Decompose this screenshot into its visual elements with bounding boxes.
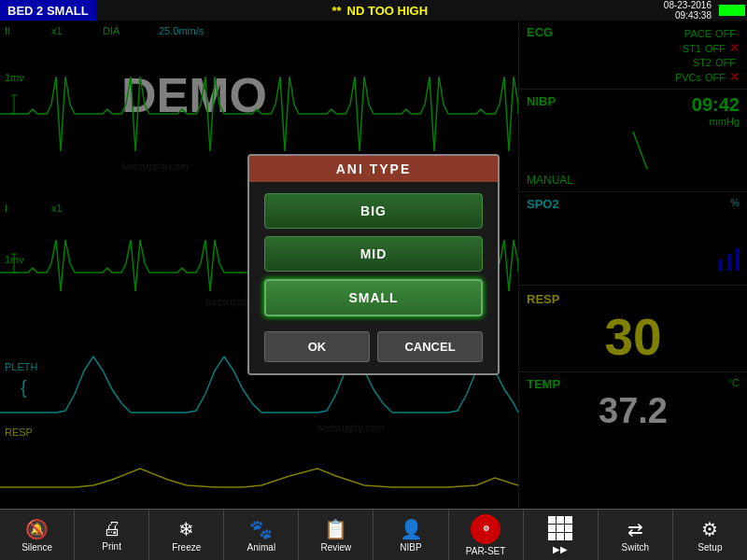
ok-button[interactable]: OK: [264, 331, 370, 362]
grid-cell-1: [548, 516, 556, 524]
review-icon: 📋: [324, 518, 347, 540]
animal-button[interactable]: 🐾 Animal: [224, 510, 299, 560]
bed-label: BED 2: [7, 4, 43, 18]
bottom-bar: 🔕 Silence 🖨 Print ❄ Freeze 🐾 Animal 📋 Re…: [0, 509, 747, 560]
grid-cell-2: [557, 516, 564, 524]
switch-label: Switch: [622, 542, 649, 553]
switch-icon: ⇄: [627, 518, 643, 540]
setup-label: Setup: [698, 542, 722, 553]
nibp-button[interactable]: 👤 NIBP: [374, 510, 448, 560]
time-display: 09:43:38: [675, 10, 712, 21]
alert-area: ** ND TOO HIGH: [96, 4, 664, 18]
grid-cell-5: [557, 525, 564, 532]
dialog-body: BIG MID SMALL OK CANCEL: [249, 182, 498, 373]
freeze-icon: ❄: [178, 518, 194, 540]
grid-cell-7: [548, 533, 556, 540]
nibp-btn-label: NIBP: [400, 542, 421, 553]
date-display: 08-23-2016: [664, 0, 712, 10]
size-label: SMALL: [47, 4, 89, 18]
grid-cell-3: [565, 516, 572, 524]
cancel-button[interactable]: CANCEL: [377, 331, 483, 362]
alert-text: ND TOO HIGH: [347, 4, 428, 18]
small-option-button[interactable]: SMALL: [264, 279, 483, 316]
switch-button[interactable]: ⇄ Switch: [599, 510, 673, 560]
silence-icon: 🔕: [25, 518, 49, 540]
print-button[interactable]: 🖨 Print: [75, 510, 149, 560]
silence-button[interactable]: 🔕 Silence: [0, 510, 75, 560]
parset-label: PAR-SET: [466, 546, 506, 556]
freeze-label: Freeze: [172, 542, 201, 553]
parset-icon-text: ⚙: [483, 525, 489, 533]
grid-cell-8: [557, 533, 564, 540]
dialog-title: ANI TYPE: [249, 156, 498, 182]
nibp-icon: 👤: [400, 518, 423, 540]
parset-icon: ⚙: [471, 514, 500, 544]
bed-info: BED 2 SMALL: [0, 0, 96, 21]
review-label: Review: [321, 542, 352, 553]
grid-cell-9: [565, 533, 572, 540]
parset-button[interactable]: ⚙ PAR-SET: [449, 510, 524, 560]
big-option-button[interactable]: BIG: [264, 193, 483, 229]
dialog-overlay: ANI TYPE BIG MID SMALL OK CANCEL: [0, 21, 747, 509]
datetime-area: 08-23-2016 09:43:38: [664, 0, 715, 21]
animal-icon: 🐾: [249, 518, 273, 540]
grid-icon: [548, 516, 572, 540]
grid-cell-4: [548, 525, 556, 532]
alert-stars: **: [331, 4, 341, 18]
top-bar: BED 2 SMALL ** ND TOO HIGH 08-23-2016 09…: [0, 0, 747, 21]
setup-icon: ⚙: [701, 518, 718, 540]
animal-label: Animal: [247, 542, 276, 553]
battery-icon: [719, 5, 745, 16]
freeze-button[interactable]: ❄ Freeze: [149, 510, 224, 560]
grid-label: ▶▶: [553, 544, 568, 554]
setup-button[interactable]: ⚙ Setup: [673, 510, 747, 560]
mid-option-button[interactable]: MID: [264, 236, 483, 272]
print-icon: 🖨: [103, 518, 121, 539]
dialog-footer: OK CANCEL: [264, 324, 483, 362]
print-label: Print: [102, 541, 121, 552]
silence-label: Silence: [21, 542, 52, 553]
ani-type-dialog: ANI TYPE BIG MID SMALL OK CANCEL: [247, 154, 500, 375]
grid-button[interactable]: ▶▶: [524, 510, 599, 560]
grid-cell-6: [565, 525, 572, 532]
review-button[interactable]: 📋 Review: [299, 510, 374, 560]
